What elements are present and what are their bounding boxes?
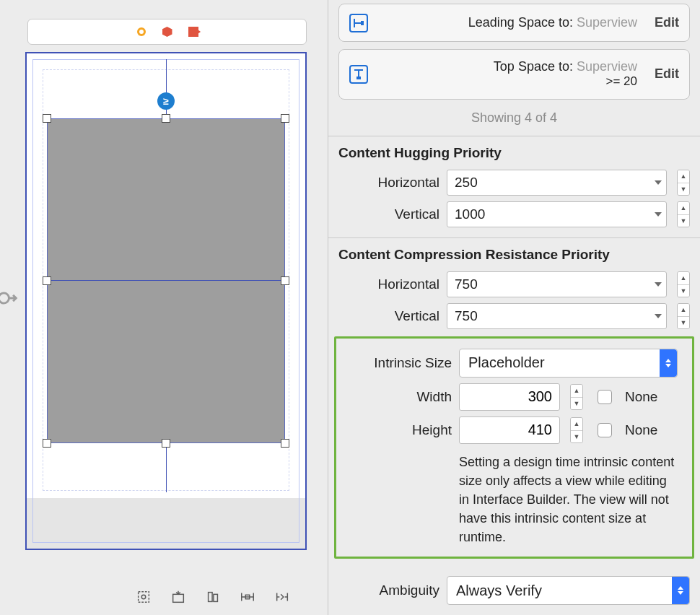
chevron-down-icon xyxy=(655,180,662,185)
compression-horizontal-row: Horizontal 750 ▲▼ xyxy=(328,269,700,300)
field-label: Vertical xyxy=(338,308,439,324)
svg-rect-7 xyxy=(361,21,364,25)
intrinsic-width-input[interactable] xyxy=(459,383,560,411)
leading-constraint-icon xyxy=(349,14,368,32)
canvas-area: ≥ xyxy=(0,0,328,615)
chevron-down-icon xyxy=(655,282,662,287)
resize-handle[interactable] xyxy=(281,114,289,123)
intrinsic-size-row: Intrinsic Size Placeholder xyxy=(341,346,688,380)
constraint-top[interactable]: Top Space to: Superview >= 20 Edit xyxy=(338,49,690,99)
resize-handle[interactable] xyxy=(281,276,289,285)
field-label: Ambiguity xyxy=(338,583,439,598)
intrinsic-note: Setting a design time intrinsic content … xyxy=(341,447,688,546)
field-value: 750 xyxy=(455,308,478,324)
runtime-issues-icon[interactable] xyxy=(136,26,147,38)
embed-in-icon[interactable] xyxy=(169,588,188,606)
constraint-label: Leading Space to: xyxy=(468,15,573,30)
compression-horizontal-combo[interactable]: 750 xyxy=(447,271,667,297)
dock-expand-icon[interactable] xyxy=(0,286,20,310)
device-scene[interactable]: ≥ xyxy=(25,52,307,550)
field-value: 250 xyxy=(455,175,478,191)
ambiguity-select[interactable]: Always Verify xyxy=(447,576,690,605)
resize-handle[interactable] xyxy=(43,114,51,123)
constraints-count: Showing 4 of 4 xyxy=(328,103,700,136)
svg-rect-4 xyxy=(209,593,213,602)
hugging-vertical-row: Vertical 1000 ▲▼ xyxy=(328,199,700,230)
field-label: Width xyxy=(351,389,452,405)
constraint-leading[interactable]: Leading Space to: Superview Edit xyxy=(338,4,690,42)
resize-handle[interactable] xyxy=(43,439,51,448)
selected-uiview[interactable] xyxy=(47,118,285,443)
resize-handle[interactable] xyxy=(281,439,289,448)
constraint-text: Leading Space to: Superview xyxy=(381,15,642,30)
constraint-relation: >= 20 xyxy=(381,74,637,89)
hugging-horizontal-combo[interactable]: 250 xyxy=(447,170,667,196)
update-frames-icon[interactable] xyxy=(134,588,153,606)
greater-than-constraint-badge[interactable]: ≥ xyxy=(157,92,175,110)
svg-point-2 xyxy=(141,595,146,599)
checkbox-label: None xyxy=(625,422,657,438)
scene-toolbar xyxy=(27,19,307,45)
stepper[interactable]: ▲▼ xyxy=(570,384,583,410)
field-label: Height xyxy=(351,422,452,438)
checkbox-label: None xyxy=(625,389,657,405)
field-label: Vertical xyxy=(338,206,439,222)
dropdown-arrows-icon xyxy=(660,349,677,377)
horizontal-center-guide xyxy=(47,280,284,281)
intrinsic-size-highlight: Intrinsic Size Placeholder Width ▲▼ None… xyxy=(334,336,694,559)
pin-icon[interactable] xyxy=(238,588,257,606)
resolve-issues-icon[interactable] xyxy=(273,588,292,606)
svg-rect-3 xyxy=(173,594,184,602)
field-label: Horizontal xyxy=(338,175,439,191)
select-value: Placeholder xyxy=(468,354,545,371)
stepper[interactable]: ▲▼ xyxy=(570,417,583,443)
resize-handle[interactable] xyxy=(43,276,51,285)
top-constraint-icon xyxy=(349,65,368,84)
stepper[interactable]: ▲▼ xyxy=(677,170,690,196)
intrinsic-width-row: Width ▲▼ None xyxy=(341,380,688,414)
edit-button[interactable]: Edit xyxy=(655,15,679,30)
svg-rect-1 xyxy=(139,592,149,603)
field-value: 1000 xyxy=(455,206,485,222)
width-none-checkbox[interactable] xyxy=(598,390,612,404)
compression-vertical-combo[interactable]: 750 xyxy=(447,303,667,329)
compression-title: Content Compression Resistance Priority xyxy=(328,238,700,269)
canvas-bottom-tools xyxy=(134,588,292,606)
hugging-vertical-combo[interactable]: 1000 xyxy=(447,201,667,227)
svg-rect-8 xyxy=(356,77,361,79)
svg-point-0 xyxy=(0,293,9,303)
edit-button[interactable]: Edit xyxy=(655,66,679,82)
select-value: Always Verify xyxy=(456,583,542,599)
stepper[interactable]: ▲▼ xyxy=(677,303,690,329)
size-inspector: Leading Space to: Superview Edit Top Spa… xyxy=(328,0,700,615)
intrinsic-height-input[interactable] xyxy=(459,416,560,444)
exit-icon[interactable] xyxy=(188,26,199,38)
align-icon[interactable] xyxy=(204,588,222,606)
object-library-icon[interactable] xyxy=(162,26,173,38)
constraint-label: Top Space to: xyxy=(494,59,573,74)
compression-vertical-row: Vertical 750 ▲▼ xyxy=(328,300,700,332)
constraint-text: Top Space to: Superview >= 20 xyxy=(381,59,642,89)
intrinsic-height-row: Height ▲▼ None xyxy=(341,414,688,447)
hugging-horizontal-row: Horizontal 250 ▲▼ xyxy=(328,167,700,199)
svg-rect-5 xyxy=(214,594,218,601)
stepper[interactable]: ▲▼ xyxy=(677,201,690,227)
chevron-down-icon xyxy=(655,314,662,318)
height-none-checkbox[interactable] xyxy=(598,423,612,437)
resize-handle[interactable] xyxy=(162,439,170,448)
intrinsic-size-select[interactable]: Placeholder xyxy=(459,349,678,378)
field-label: Horizontal xyxy=(338,276,439,292)
field-value: 750 xyxy=(455,276,478,292)
resize-handle[interactable] xyxy=(162,114,170,123)
dropdown-arrows-icon xyxy=(672,577,689,604)
stepper[interactable]: ▲▼ xyxy=(677,271,690,297)
constraint-value: Superview xyxy=(577,15,637,30)
constraint-value: Superview xyxy=(577,59,637,74)
field-label: Intrinsic Size xyxy=(351,355,452,371)
ambiguity-row: Ambiguity Always Verify xyxy=(328,566,700,615)
hugging-title: Content Hugging Priority xyxy=(328,136,700,167)
chevron-down-icon xyxy=(655,212,662,217)
